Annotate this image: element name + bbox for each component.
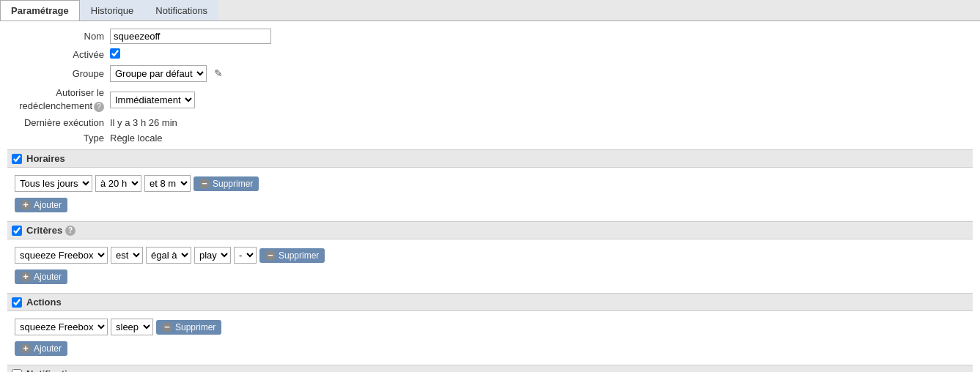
minus-circle-icon: − (199, 179, 210, 189)
autoriser-row: Autoriser leredéclenchement? Immédiateme… (7, 86, 973, 113)
criteres-checkbox[interactable] (12, 226, 22, 236)
type-row: Type Règle locale (7, 133, 973, 144)
tab-parametrage[interactable]: Paramétrage (0, 0, 80, 21)
autoriser-value: Immédiatement (110, 92, 973, 108)
type-value: Règle locale (110, 133, 973, 144)
horaires-delete-button[interactable]: − Supprimer (194, 176, 259, 191)
criteres-row: squeeze Freebox est égal à play - − Supp… (15, 247, 973, 264)
actions-plus-icon: + (21, 343, 31, 354)
groupe-row: Groupe Groupe par défaut ✎ (7, 65, 973, 82)
criteres-body: squeeze Freebox est égal à play - − Supp… (7, 244, 973, 287)
criteres-comparison-select[interactable]: égal à (146, 247, 191, 264)
criteres-plus-icon: + (21, 272, 31, 282)
nom-value (110, 29, 973, 44)
type-label: Type (7, 133, 110, 144)
notifications-label: Notifications (26, 368, 84, 372)
actions-add-button[interactable]: + Ajouter (15, 341, 67, 356)
tab-historique[interactable]: Historique (80, 0, 145, 21)
criteres-section-header: Critères ? (7, 221, 973, 239)
criteres-label: Critères (26, 225, 62, 236)
criteres-device-select[interactable]: squeeze Freebox (15, 247, 108, 264)
groupe-select[interactable]: Groupe par défaut (110, 65, 207, 82)
actions-delete-button[interactable]: − Supprimer (156, 320, 221, 335)
actions-section-header: Actions (7, 293, 973, 311)
criteres-add-button[interactable]: + Ajouter (15, 269, 67, 284)
horaires-label: Horaires (26, 153, 65, 164)
actions-row: squeeze Freebox sleep − Supprimer (15, 319, 973, 335)
derniere-exec-row: Dernière exécution Il y a 3 h 26 min (7, 117, 973, 128)
criteres-value-select[interactable]: play (194, 247, 231, 264)
nom-input[interactable] (110, 29, 271, 44)
actions-checkbox[interactable] (12, 297, 22, 308)
horaires-section-header: Horaires (7, 149, 973, 168)
groupe-label: Groupe (7, 68, 110, 79)
derniere-exec-label: Dernière exécution (7, 117, 110, 128)
activee-checkbox[interactable] (110, 48, 120, 59)
horaires-body: Tous les jours à 20 h et 8 m − Supprimer… (7, 172, 973, 215)
actions-action-select[interactable]: sleep (111, 319, 153, 335)
autoriser-select[interactable]: Immédiatement (110, 92, 195, 108)
criteres-condition-select[interactable]: est (111, 247, 143, 264)
horaires-add-button[interactable]: + Ajouter (15, 198, 67, 212)
nom-label: Nom (7, 31, 110, 42)
help-icon2[interactable]: ? (94, 102, 104, 112)
horaires-frequency-select[interactable]: Tous les jours (15, 175, 92, 192)
activee-label: Activée (7, 49, 110, 60)
actions-body: squeeze Freebox sleep − Supprimer + Ajou… (7, 316, 973, 359)
autoriser-label: Autoriser leredéclenchement? (7, 86, 110, 113)
criteres-minus-icon: − (265, 250, 276, 261)
plus-circle-icon: + (21, 200, 31, 210)
pencil-icon[interactable]: ✎ (214, 67, 223, 79)
criteres-extra-select[interactable]: - (234, 247, 257, 264)
tabs-bar: Paramétrage Historique Notifications (0, 0, 980, 21)
horaires-minute-select[interactable]: et 8 m (144, 175, 191, 192)
notifications-checkbox[interactable] (12, 369, 22, 372)
horaires-row: Tous les jours à 20 h et 8 m − Supprimer (15, 175, 973, 192)
horaires-heure-select[interactable]: à 20 h (95, 175, 141, 192)
tab-notifications[interactable]: Notifications (144, 0, 218, 21)
activee-row: Activée (7, 48, 973, 61)
horaires-checkbox[interactable] (12, 154, 22, 164)
parametrage-content: Nom Activée Groupe Groupe par défaut ✎ A… (0, 21, 980, 372)
actions-label: Actions (26, 297, 62, 308)
activee-value (110, 48, 973, 61)
criteres-delete-button[interactable]: − Supprimer (259, 248, 325, 263)
actions-minus-icon: − (162, 322, 172, 332)
derniere-exec-value: Il y a 3 h 26 min (110, 117, 973, 128)
nom-row: Nom (7, 29, 973, 44)
criteres-help-icon[interactable]: ? (65, 226, 75, 236)
notifications-section-header: Notifications (7, 365, 973, 372)
groupe-value: Groupe par défaut ✎ (110, 65, 973, 82)
actions-device-select[interactable]: squeeze Freebox (15, 319, 108, 335)
